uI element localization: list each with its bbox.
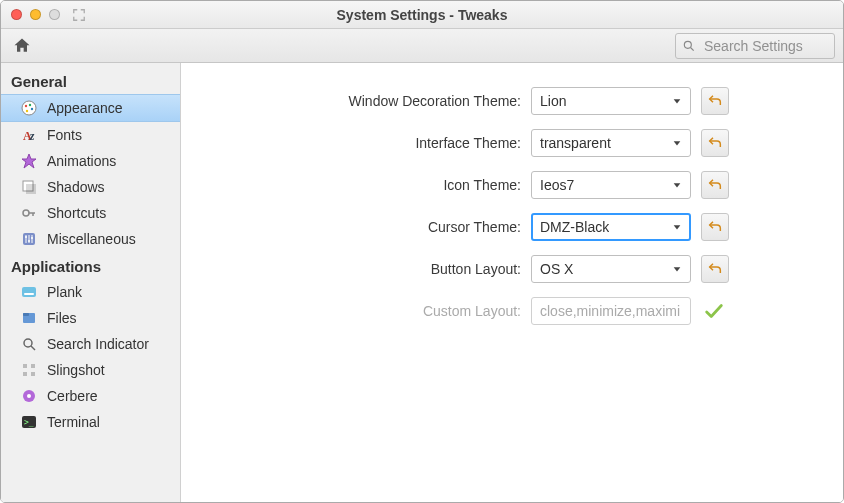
label-window_decoration: Window Decoration Theme: bbox=[261, 93, 521, 109]
sidebar-item-appearance[interactable]: Appearance bbox=[1, 94, 180, 122]
search-icon bbox=[682, 39, 696, 53]
select-cursor_theme[interactable]: DMZ-Black bbox=[531, 213, 691, 241]
sidebar-group-header: Applications bbox=[1, 252, 180, 279]
settings-window: System Settings - Tweaks GeneralAppearan… bbox=[0, 0, 844, 503]
label-custom_layout: Custom Layout: bbox=[261, 303, 521, 319]
reset-button-icon_theme[interactable] bbox=[701, 171, 729, 199]
chevron-down-icon bbox=[672, 180, 682, 190]
reset-button-cursor_theme[interactable] bbox=[701, 213, 729, 241]
svg-rect-22 bbox=[24, 293, 34, 295]
reset-button-interface_theme[interactable] bbox=[701, 129, 729, 157]
svg-point-32 bbox=[27, 394, 31, 398]
sidebar-item-label: Slingshot bbox=[47, 362, 105, 378]
svg-point-6 bbox=[26, 110, 28, 112]
mixer-icon bbox=[21, 231, 37, 247]
content: Window Decoration Theme:LionInterface Th… bbox=[181, 63, 843, 502]
sidebar-item-search-indicator[interactable]: Search Indicator bbox=[1, 331, 180, 357]
confirm-icon[interactable] bbox=[701, 298, 727, 324]
svg-line-26 bbox=[31, 346, 35, 350]
files-icon bbox=[21, 310, 37, 326]
sidebar-item-slingshot[interactable]: Slingshot bbox=[1, 357, 180, 383]
select-window_decoration[interactable]: Lion bbox=[531, 87, 691, 115]
label-cursor_theme: Cursor Theme: bbox=[261, 219, 521, 235]
search-field[interactable] bbox=[675, 33, 835, 59]
sidebar: GeneralAppearanceAzFontsAnimationsShadow… bbox=[1, 63, 181, 502]
sidebar-item-shadows[interactable]: Shadows bbox=[1, 174, 180, 200]
svg-point-3 bbox=[25, 105, 27, 107]
svg-point-25 bbox=[24, 339, 32, 347]
select-value: OS X bbox=[540, 261, 573, 277]
select-value: transparent bbox=[540, 135, 611, 151]
select-interface_theme[interactable]: transparent bbox=[531, 129, 691, 157]
plank-icon bbox=[21, 284, 37, 300]
home-button[interactable] bbox=[9, 33, 35, 59]
search-icon bbox=[21, 336, 37, 352]
minimize-icon[interactable] bbox=[30, 9, 41, 20]
star-icon bbox=[21, 153, 37, 169]
svg-marker-35 bbox=[674, 99, 681, 103]
select-button_layout[interactable]: OS X bbox=[531, 255, 691, 283]
select-icon_theme[interactable]: Ieos7 bbox=[531, 171, 691, 199]
svg-rect-24 bbox=[23, 313, 29, 316]
svg-point-18 bbox=[25, 236, 27, 238]
sidebar-item-label: Fonts bbox=[47, 127, 82, 143]
svg-marker-36 bbox=[674, 141, 681, 145]
label-icon_theme: Icon Theme: bbox=[261, 177, 521, 193]
terminal-icon: >_ bbox=[21, 414, 37, 430]
sidebar-item-shortcuts[interactable]: Shortcuts bbox=[1, 200, 180, 226]
input-custom_layout bbox=[531, 297, 691, 325]
maximize-icon[interactable] bbox=[49, 9, 60, 20]
sidebar-item-label: Animations bbox=[47, 153, 116, 169]
sidebar-item-fonts[interactable]: AzFonts bbox=[1, 122, 180, 148]
svg-point-5 bbox=[31, 108, 33, 110]
label-button_layout: Button Layout: bbox=[261, 261, 521, 277]
palette-icon bbox=[21, 100, 37, 116]
sidebar-group-header: General bbox=[1, 67, 180, 94]
sidebar-item-label: Plank bbox=[47, 284, 82, 300]
sidebar-item-plank[interactable]: Plank bbox=[1, 279, 180, 305]
svg-line-1 bbox=[691, 47, 694, 50]
reset-button-window_decoration[interactable] bbox=[701, 87, 729, 115]
sidebar-item-label: Appearance bbox=[47, 100, 123, 116]
svg-point-4 bbox=[29, 104, 31, 106]
svg-marker-8 bbox=[22, 154, 36, 168]
sidebar-item-animations[interactable]: Animations bbox=[1, 148, 180, 174]
svg-point-11 bbox=[23, 210, 29, 216]
chevron-down-icon bbox=[672, 222, 682, 232]
svg-rect-30 bbox=[31, 372, 35, 376]
svg-rect-27 bbox=[23, 364, 27, 368]
sidebar-item-label: Search Indicator bbox=[47, 336, 149, 352]
watchdog-icon bbox=[21, 388, 37, 404]
key-icon bbox=[21, 205, 37, 221]
svg-marker-39 bbox=[674, 267, 681, 271]
shadow-icon bbox=[21, 179, 37, 195]
reset-button-button_layout[interactable] bbox=[701, 255, 729, 283]
svg-rect-21 bbox=[22, 287, 36, 297]
window-controls bbox=[1, 9, 60, 20]
toolbar bbox=[1, 29, 843, 63]
font-icon: Az bbox=[21, 127, 37, 143]
svg-text:Az: Az bbox=[23, 129, 35, 143]
chevron-down-icon bbox=[672, 264, 682, 274]
svg-rect-10 bbox=[26, 184, 36, 194]
sidebar-item-files[interactable]: Files bbox=[1, 305, 180, 331]
sidebar-item-label: Cerbere bbox=[47, 388, 98, 404]
sidebar-item-label: Shadows bbox=[47, 179, 105, 195]
svg-point-20 bbox=[31, 237, 33, 239]
window-body: GeneralAppearanceAzFontsAnimationsShadow… bbox=[1, 63, 843, 502]
search-input[interactable] bbox=[702, 37, 828, 55]
select-value: DMZ-Black bbox=[540, 219, 609, 235]
sidebar-item-label: Files bbox=[47, 310, 77, 326]
sidebar-item-cerbere[interactable]: Cerbere bbox=[1, 383, 180, 409]
label-interface_theme: Interface Theme: bbox=[261, 135, 521, 151]
select-value: Ieos7 bbox=[540, 177, 574, 193]
sidebar-item-terminal[interactable]: >_Terminal bbox=[1, 409, 180, 435]
svg-rect-28 bbox=[31, 364, 35, 368]
sidebar-item-label: Terminal bbox=[47, 414, 100, 430]
svg-point-0 bbox=[684, 41, 691, 48]
svg-rect-29 bbox=[23, 372, 27, 376]
sidebar-item-miscellaneous[interactable]: Miscellaneous bbox=[1, 226, 180, 252]
settings-form: Window Decoration Theme:LionInterface Th… bbox=[261, 87, 803, 325]
close-icon[interactable] bbox=[11, 9, 22, 20]
fullscreen-icon[interactable] bbox=[72, 8, 86, 22]
